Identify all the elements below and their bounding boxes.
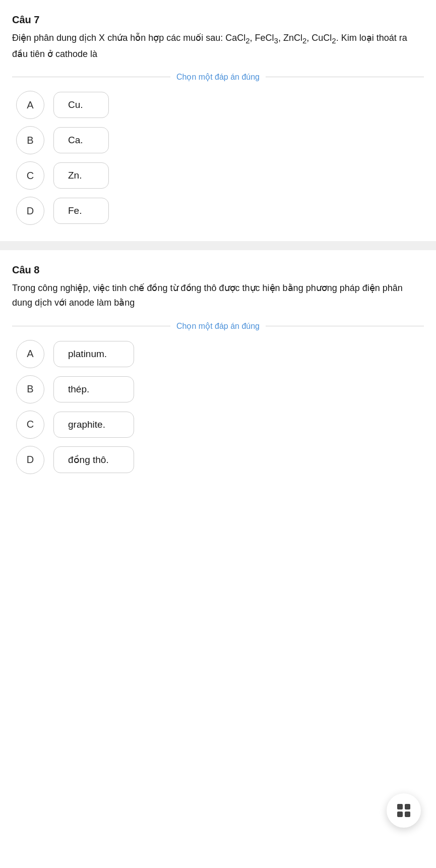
q7-option-a-row[interactable]: A Cu. bbox=[16, 91, 420, 119]
q7-option-b-box[interactable]: Ca. bbox=[53, 127, 109, 153]
q7-option-c-circle[interactable]: C bbox=[16, 161, 44, 190]
q7-option-c-box[interactable]: Zn. bbox=[53, 162, 109, 189]
question-7-number: Câu 7 bbox=[12, 14, 424, 26]
q8-option-b-row[interactable]: B thép. bbox=[16, 375, 420, 403]
q7-text-line1: Điện phân dung dịch X chứa hỗn hợp các m… bbox=[12, 33, 407, 59]
q7-option-a-box[interactable]: Cu. bbox=[53, 92, 109, 118]
question-8-number: Câu 8 bbox=[12, 264, 424, 276]
grid-cell-4 bbox=[405, 812, 410, 817]
q8-option-a-circle[interactable]: A bbox=[16, 340, 44, 368]
q8-option-c-row[interactable]: C graphite. bbox=[16, 411, 420, 439]
q7-option-d-box[interactable]: Fe. bbox=[53, 198, 109, 224]
q8-option-d-circle[interactable]: D bbox=[16, 446, 44, 474]
q7-option-d-circle[interactable]: D bbox=[16, 197, 44, 225]
question-8-text: Trong công nghiệp, việc tinh chế đồng từ… bbox=[12, 281, 424, 310]
grid-cell-2 bbox=[405, 804, 410, 809]
grid-icon bbox=[397, 804, 410, 817]
q7-options-list: A Cu. B Ca. C Zn. D Fe. bbox=[12, 91, 424, 225]
q7-option-a-circle[interactable]: A bbox=[16, 91, 44, 119]
q7-option-b-row[interactable]: B Ca. bbox=[16, 126, 420, 154]
q8-option-d-box[interactable]: đồng thô. bbox=[53, 446, 134, 473]
q8-option-c-box[interactable]: graphite. bbox=[53, 412, 134, 438]
q7-option-b-circle[interactable]: B bbox=[16, 126, 44, 154]
q8-options-list: A platinum. B thép. C graphite. D đồng t… bbox=[12, 340, 424, 474]
q8-option-c-circle[interactable]: C bbox=[16, 411, 44, 439]
question-8-block: Câu 8 Trong công nghiệp, việc tinh chế đ… bbox=[0, 250, 436, 490]
fab-grid-button[interactable] bbox=[387, 793, 421, 828]
question-7-text: Điện phân dung dịch X chứa hỗn hợp các m… bbox=[12, 31, 424, 61]
grid-cell-1 bbox=[397, 804, 403, 809]
q8-option-d-row[interactable]: D đồng thô. bbox=[16, 446, 420, 474]
q8-option-a-box[interactable]: platinum. bbox=[53, 341, 134, 367]
q7-option-d-row[interactable]: D Fe. bbox=[16, 197, 420, 225]
q8-select-label: Chọn một đáp án đúng bbox=[12, 321, 424, 331]
q8-text-content: Trong công nghiệp, việc tinh chế đồng từ… bbox=[12, 283, 403, 308]
grid-cell-3 bbox=[397, 812, 403, 817]
q8-option-a-row[interactable]: A platinum. bbox=[16, 340, 420, 368]
section-divider bbox=[0, 241, 436, 250]
q8-option-b-circle[interactable]: B bbox=[16, 375, 44, 403]
question-7-block: Câu 7 Điện phân dung dịch X chứa hỗn hợp… bbox=[0, 0, 436, 241]
q7-select-label: Chọn một đáp án đúng bbox=[12, 72, 424, 82]
q8-option-b-box[interactable]: thép. bbox=[53, 376, 134, 402]
q7-option-c-row[interactable]: C Zn. bbox=[16, 161, 420, 190]
